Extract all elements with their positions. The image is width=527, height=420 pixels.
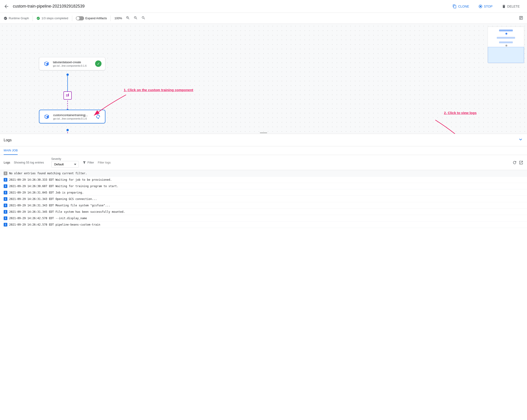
toolbar-right — [519, 16, 523, 21]
toolbar-divider-2 — [72, 16, 72, 21]
tab-main-job[interactable]: MAIN JOB — [4, 146, 18, 155]
logs-toolbar: Logs Showing 55 log entries Severity Def… — [0, 155, 527, 170]
steps-completed-label: 1/3 steps completed — [42, 16, 68, 20]
severity-wrapper: Severity Default — [51, 157, 79, 168]
log-text-3: 2021-09-29 14:26:31.045 EDT Job is prepa… — [9, 191, 84, 194]
logs-header: Logs — [0, 134, 527, 146]
log-icon-8: i — [4, 223, 7, 226]
log-entry-4: i 2021-09-29 14:26:31.343 EDT Opening GC… — [0, 196, 527, 202]
panel-icon[interactable] — [519, 16, 523, 20]
zoom-out-icon[interactable] — [133, 16, 138, 21]
pipeline-canvas: tabulardataset-create gcr.io/...line-com… — [0, 24, 527, 134]
log-entry-7: i 2021-09-29 14:26:42.578 EDT --init.dis… — [0, 215, 527, 221]
log-icon-4: i — [4, 197, 7, 201]
node-1-subtitle: gcr.io/...line-components:0.1.6 — [53, 64, 92, 67]
node-2-icon — [43, 113, 50, 120]
log-entry-no-older: i No older entries found matching curren… — [0, 170, 527, 177]
node-1-info: tabulardataset-create gcr.io/...line-com… — [53, 60, 92, 67]
log-icon-5: i — [4, 204, 7, 207]
header-actions: CLONE STOP DELETE — [449, 3, 523, 10]
log-entry-5: i 2021-09-29 14:26:31.343 EDT Mounting f… — [0, 202, 527, 209]
severity-select[interactable]: Default — [51, 161, 79, 168]
toolbar: Runtime Graph 1/3 steps completed Expand… — [0, 13, 527, 24]
open-logs-button[interactable] — [519, 160, 523, 165]
log-icon-1: i — [4, 178, 7, 182]
node-1-title: tabulardataset-create — [53, 60, 92, 64]
log-text-5: 2021-09-29 14:26:31.343 EDT Mounting fil… — [9, 204, 110, 207]
node-1-icon — [43, 60, 50, 67]
zoom-percent: 100% — [114, 16, 122, 20]
logs-section: Logs MAIN JOB Logs Showing 55 log entrie… — [0, 134, 527, 228]
svg-point-1 — [66, 74, 69, 76]
expand-artifacts-toggle[interactable] — [76, 16, 84, 20]
log-entry-2: i 2021-09-29 14:26:30.607 EDT Waiting fo… — [0, 183, 527, 189]
connector-node[interactable] — [64, 91, 72, 100]
log-text-6: 2021-09-29 14:26:31.345 EDT File system … — [9, 210, 125, 214]
toolbar-divider-1 — [33, 16, 33, 21]
logs-label: Logs — [4, 161, 10, 164]
svg-point-5 — [66, 129, 69, 131]
filter-input[interactable] — [98, 161, 509, 164]
minimap-content — [488, 27, 524, 48]
delete-button[interactable]: DELETE — [498, 3, 523, 10]
annotation-2: 2. Click to view logs — [444, 111, 477, 115]
logs-title: Logs — [4, 138, 518, 142]
page-title: custom-train-pipeline-20210929182539 — [13, 4, 445, 9]
log-icon-2: i — [4, 184, 7, 188]
log-text-8: 2021-09-29 14:26:42.578 EDT pipeline-bea… — [9, 223, 100, 226]
zoom-in-icon[interactable] — [126, 16, 130, 21]
logs-tabs: MAIN JOB — [0, 146, 527, 155]
log-text-7: 2021-09-29 14:26:42.578 EDT --init.displ… — [9, 217, 87, 220]
steps-completed: 1/3 steps completed — [36, 16, 68, 20]
log-text-1: 2021-09-29 14:26:30.333 EDT Waiting for … — [9, 178, 112, 181]
node-2-subtitle: gcr.io/...line-components:0.1.6 — [53, 117, 92, 120]
log-text-4: 2021-09-29 14:26:31.343 EDT Opening GCS … — [9, 197, 97, 201]
stop-button[interactable]: STOP — [475, 3, 496, 10]
header: custom-train-pipeline-20210929182539 CLO… — [0, 0, 527, 13]
log-entry-3: i 2021-09-29 14:26:31.045 EDT Job is pre… — [0, 189, 527, 196]
minimap-viewport — [488, 47, 524, 63]
logs-expand-icon[interactable] — [518, 137, 523, 143]
runtime-graph-label: Runtime Graph — [9, 16, 29, 20]
clone-button[interactable]: CLONE — [449, 3, 473, 10]
refresh-logs-button[interactable] — [512, 160, 517, 165]
filter-button[interactable]: Filter — [82, 161, 94, 164]
log-entry-1: i 2021-09-29 14:26:30.333 EDT Waiting fo… — [0, 177, 527, 183]
node-2-info: customcontainertrainingj... gcr.io/...li… — [53, 113, 92, 120]
annotation-arrow-2 — [433, 118, 479, 134]
log-entry-8: i 2021-09-29 14:26:42.578 EDT pipeline-b… — [0, 221, 527, 228]
expand-artifacts-toggle-area[interactable]: Expand Artifacts — [76, 16, 107, 20]
severity-label: Severity — [51, 157, 79, 161]
node-1-status: ✓ — [95, 60, 101, 67]
drag-handle[interactable] — [259, 132, 268, 134]
log-text-2: 2021-09-29 14:26:30.607 EDT Waiting for … — [9, 184, 119, 188]
annotation-arrow-1 — [87, 93, 128, 120]
log-text-no-older: No older entries found matching current … — [9, 172, 87, 175]
toolbar-divider-3 — [110, 16, 111, 21]
log-entry-6: i 2021-09-29 14:26:31.345 EDT File syste… — [0, 209, 527, 215]
node-2-title: customcontainertrainingj... — [53, 113, 92, 117]
minimap[interactable] — [488, 27, 524, 63]
logs-count: Showing 55 log entries — [14, 161, 44, 164]
log-icon-6: i — [4, 210, 7, 214]
log-icon-3: i — [4, 191, 7, 194]
pipeline-node-1[interactable]: tabulardataset-create gcr.io/...line-com… — [39, 57, 105, 70]
log-icon-info-gray: i — [4, 172, 7, 175]
back-button[interactable] — [4, 4, 9, 9]
runtime-graph-btn[interactable]: Runtime Graph — [4, 16, 29, 20]
zoom-fit-icon[interactable] — [141, 16, 145, 21]
log-icon-7: i — [4, 216, 7, 220]
annotation-1: 1. Click on the custom training componen… — [124, 88, 193, 92]
expand-artifacts-label: Expand Artifacts — [86, 16, 107, 20]
log-entries: i No older entries found matching curren… — [0, 170, 527, 228]
logs-actions — [512, 160, 523, 165]
